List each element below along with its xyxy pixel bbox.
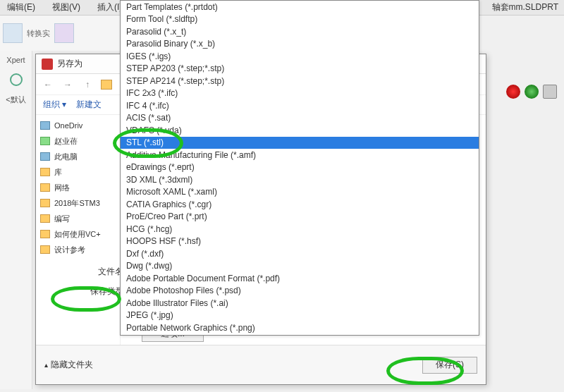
filetype-option[interactable]: ProE/Creo Part (*.prt) — [121, 211, 479, 223]
folder-icon — [40, 183, 50, 192]
scene-icon[interactable] — [525, 85, 539, 99]
chevron-up-icon: ▴ — [44, 361, 48, 369]
menu-view[interactable]: 视图(V) — [48, 0, 85, 15]
filetype-option[interactable]: ACIS (*.sat) — [121, 112, 479, 125]
tree-item-label: 网络 — [54, 183, 70, 193]
save-button[interactable]: 保存(S) — [422, 357, 477, 374]
appearance-icon[interactable] — [506, 85, 520, 99]
filetype-option[interactable]: SOLIDWORKS Composer (*.smg) — [121, 334, 479, 336]
config-default[interactable]: <默认 — [0, 90, 32, 109]
document-title: 轴套mm.SLDPRT — [492, 1, 558, 13]
filetype-option[interactable]: Form Tool (*.sldftp) — [121, 13, 479, 26]
filetype-option[interactable]: Additive Manufacturing File (*.amf) — [121, 149, 479, 161]
globe-icon[interactable] — [10, 73, 23, 86]
filetype-option[interactable]: Parasolid (*.x_t) — [121, 25, 479, 38]
nav-back-icon[interactable]: ← — [42, 78, 54, 91]
folder-icon — [40, 121, 50, 130]
ribbon-label: 转换实 — [27, 28, 50, 39]
filetype-option[interactable]: 3D XML (*.3dxml) — [121, 173, 479, 186]
nav-up-icon[interactable]: ↑ — [81, 78, 94, 91]
dialog-title: 另存为 — [57, 58, 82, 70]
filetype-option[interactable]: STL (*.stl) — [121, 137, 479, 149]
filetype-option[interactable]: HOOPS HSF (*.hsf) — [121, 235, 479, 248]
tree-item-label: 编写 — [54, 214, 70, 224]
filetype-option[interactable]: STEP AP203 (*.step;*.stp) — [121, 63, 479, 75]
tree-item[interactable]: 设计参考 — [40, 242, 116, 257]
filetype-option[interactable]: STEP AP214 (*.step;*.stp) — [121, 75, 479, 87]
ribbon: 转换实 — [0, 16, 120, 51]
filetype-option[interactable]: IGES (*.igs) — [121, 50, 479, 63]
filetype-option[interactable]: Dxf (*.dxf) — [121, 247, 479, 260]
folder-icon — [101, 80, 112, 90]
tree-item[interactable]: OneDriv — [40, 118, 116, 133]
filetype-option[interactable]: Adobe Portable Document Format (*.pdf) — [121, 272, 479, 285]
filetype-option[interactable]: IFC 4 (*.ifc) — [121, 99, 479, 112]
filetype-option[interactable]: Dwg (*.dwg) — [121, 260, 479, 273]
hide-folders-label: 隐藏文件夹 — [51, 359, 93, 371]
new-folder-button[interactable]: 新建文 — [76, 99, 102, 111]
folder-icon — [40, 168, 50, 176]
filetype-option[interactable]: IFC 2x3 (*.ifc) — [121, 87, 479, 100]
tree-item[interactable]: 如何使用VC+ — [40, 226, 116, 242]
folder-icon — [40, 199, 50, 207]
feature-icon[interactable] — [3, 23, 23, 43]
decal-icon[interactable] — [543, 85, 557, 99]
folder-icon — [40, 245, 50, 254]
view-icons — [506, 85, 557, 99]
filetype-option[interactable]: Portable Network Graphics (*.png) — [121, 321, 479, 334]
filetype-option[interactable]: Part Templates (*.prtdot) — [121, 1, 479, 13]
tree-item[interactable]: 此电脑 — [40, 149, 116, 164]
folder-icon — [40, 152, 50, 161]
tree-item[interactable]: 网络 — [40, 180, 116, 195]
tree-item-label: 2018年STM3 — [54, 198, 100, 209]
organize-menu[interactable]: 组织 ▾ — [43, 99, 66, 111]
tree-item[interactable]: 库 — [40, 164, 116, 180]
filetype-option[interactable]: CATIA Graphics (*.cgr) — [121, 198, 479, 211]
tree-item-label: 库 — [54, 167, 62, 178]
folder-icon — [40, 137, 50, 145]
menu-edit[interactable]: 编辑(E) — [3, 0, 39, 15]
filetype-option[interactable]: Parasolid Binary (*.x_b) — [121, 38, 479, 51]
solidworks-icon — [42, 59, 53, 70]
filetype-option[interactable]: Microsoft XAML (*.xaml) — [121, 186, 479, 199]
filetype-option[interactable]: HCG (*.hcg) — [121, 223, 479, 235]
filetype-option[interactable]: VDAFS (*.vda) — [121, 124, 479, 137]
tree-item[interactable]: 编写 — [40, 211, 116, 226]
left-panel: Xpert <默认 — [0, 51, 32, 389]
tree-item-label: 如何使用VC+ — [54, 229, 101, 240]
filetype-option[interactable]: JPEG (*.jpg) — [121, 310, 479, 322]
filetype-option[interactable]: Adobe Photoshop Files (*.psd) — [121, 285, 479, 298]
xpert-tab[interactable]: Xpert — [0, 51, 32, 69]
tree-item-label: 设计参考 — [54, 245, 85, 255]
tree-item-label: 赵业蓓 — [54, 136, 78, 147]
dialog-footer: ▴ 隐藏文件夹 保存(S) — [36, 345, 486, 384]
folder-tree: OneDriv赵业蓓此电脑库网络2018年STM3编写如何使用VC+设计参考 — [36, 115, 121, 345]
folder-icon — [40, 214, 50, 223]
tree-item-label: 此电脑 — [54, 152, 78, 162]
hide-folders-toggle[interactable]: ▴ 隐藏文件夹 — [44, 359, 93, 371]
feature-icon-2[interactable] — [54, 23, 74, 43]
filetype-option[interactable]: Adobe Illustrator Files (*.ai) — [121, 297, 479, 310]
nav-fwd-icon[interactable]: → — [61, 78, 74, 91]
folder-icon — [40, 230, 50, 238]
filetype-dropdown[interactable]: Part Templates (*.prtdot)Form Tool (*.sl… — [120, 0, 479, 336]
filetype-option[interactable]: eDrawings (*.eprt) — [121, 161, 479, 174]
tree-item[interactable]: 2018年STM3 — [40, 195, 116, 211]
tree-item-label: OneDriv — [54, 121, 82, 130]
tree-item[interactable]: 赵业蓓 — [40, 133, 116, 149]
